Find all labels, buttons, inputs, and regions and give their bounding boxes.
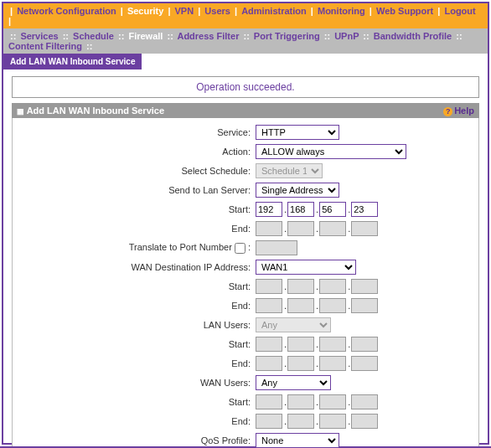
label-wandest: WAN Destination IP Address: [21,262,256,272]
wan-start-4 [351,279,378,294]
start-ip-1[interactable] [256,202,282,217]
end-ip-1 [256,221,282,236]
lan-start-2 [287,337,314,352]
start-ip-group: ... [256,202,470,217]
label-service: Service: [21,127,256,137]
wanu-start-2 [287,394,314,409]
wanu-end-4 [351,414,378,429]
wanu-end-1 [256,414,282,429]
topnav-administration[interactable]: Administration [241,6,307,16]
subnav-content-filtering[interactable]: Content Filtering [8,41,85,51]
service-select[interactable]: HTTP [256,125,339,140]
end-ip-4 [351,221,378,236]
label-translate: Translate to Port Number : [21,242,256,254]
schedule-select: Schedule 1 [256,163,323,178]
topnav-logout[interactable]: Logout [444,6,475,16]
label-start-ip: Start: [21,204,256,214]
label-lan-end: End: [21,358,256,368]
label-end-ip: End: [21,224,256,234]
section-title: Add LAN WAN Inbound Service [27,106,164,116]
sub-nav: :: Services :: Schedule :: Firewall :: A… [3,28,488,54]
tab-add-inbound[interactable]: Add LAN WAN Inbound Service [3,54,142,70]
subnav-address-filter[interactable]: Address Filter [175,31,242,41]
topnav-monitoring[interactable]: Monitoring [318,6,365,16]
action-select[interactable]: ALLOW always [256,144,406,159]
subnav-bandwidth-profile[interactable]: Bandwidth Profile [371,31,455,41]
lan-start-4 [351,337,378,352]
start-ip-4[interactable] [351,202,378,217]
label-lanusers: LAN Users: [21,320,256,330]
help-link[interactable]: ?Help [443,106,474,116]
lan-end-4 [351,356,378,371]
lan-start-3 [319,337,346,352]
wan-end-2 [287,298,314,313]
label-action: Action: [21,147,256,157]
topnav-vpn[interactable]: VPN [175,6,194,16]
wan-start-2 [287,279,314,294]
end-ip-2 [287,221,314,236]
subnav-firewall[interactable]: Firewall [126,31,165,41]
label-sendto: Send to Lan Server: [21,185,256,195]
topnav-users[interactable]: Users [204,6,230,16]
label-schedule: Select Schedule: [21,166,256,176]
subnav-schedule[interactable]: Schedule [70,31,116,41]
wanu-end-2 [287,414,314,429]
wan-start-3 [319,279,346,294]
start-ip-3[interactable] [319,202,346,217]
wan-end-1 [256,298,282,313]
start-ip-2[interactable] [287,202,314,217]
wan-start-1 [256,279,282,294]
top-nav: | Network Configuration | Security | VPN… [3,3,488,28]
label-wan-start: Start: [21,281,256,291]
subnav-port-triggering[interactable]: Port Triggering [251,31,323,41]
translate-checkbox[interactable] [235,243,246,254]
label-qos: QoS Profile: [21,435,256,445]
section-header: ▦ Add LAN WAN Inbound Service ?Help [12,103,479,118]
translate-port [256,240,297,255]
status-message: Operation succeeded. [12,76,479,98]
topnav-web-support[interactable]: Web Support [376,6,433,16]
qos-select[interactable]: None [256,433,339,448]
lan-end-3 [319,356,346,371]
lan-end-2 [287,356,314,371]
topnav-network-configuration[interactable]: Network Configuration [17,6,116,16]
subnav-services[interactable]: Services [18,31,60,41]
sendto-select[interactable]: Single Address [256,183,339,198]
wandest-select[interactable]: WAN1 [256,260,356,275]
wanu-start-3 [319,394,346,409]
wanu-end-3 [319,414,346,429]
wanu-start-1 [256,394,282,409]
subnav-upnp[interactable]: UPnP [332,31,361,41]
label-lan-start: Start: [21,339,256,349]
topnav-security[interactable]: Security [127,6,163,16]
label-wanusers: WAN Users: [21,378,256,388]
label-wanu-end: End: [21,416,256,426]
label-wan-end: End: [21,301,256,311]
end-ip-3 [319,221,346,236]
label-wanu-start: Start: [21,397,256,407]
lanusers-select: Any [256,317,331,332]
wanu-start-4 [351,394,378,409]
wan-end-3 [319,298,346,313]
lan-end-1 [256,356,282,371]
wan-end-4 [351,298,378,313]
wanusers-select[interactable]: Any [256,375,331,390]
lan-start-1 [256,337,282,352]
